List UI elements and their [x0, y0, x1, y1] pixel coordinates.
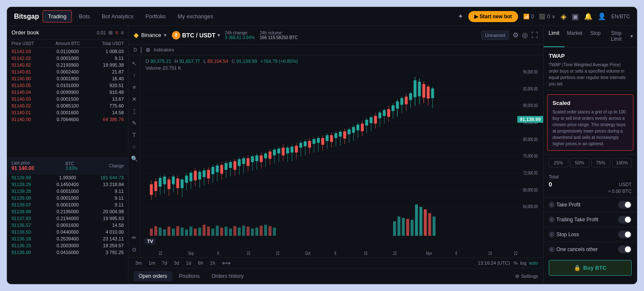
- timeframe-3m[interactable]: 3m: [134, 260, 143, 266]
- tab-stop-limit[interactable]: Stop Limit: [606, 26, 627, 47]
- one-cancels-other-info-icon[interactable]: i: [549, 246, 555, 252]
- timeframe-1m[interactable]: 1m: [147, 260, 157, 266]
- nav-item-portfolio[interactable]: Portfolio: [140, 11, 171, 22]
- up-arrow-tool[interactable]: ↑: [130, 71, 139, 80]
- svg-rect-132: [370, 117, 373, 123]
- timeframe-6h[interactable]: 6h: [196, 260, 205, 266]
- text-tool[interactable]: T: [130, 130, 139, 139]
- svg-text:22: 22: [393, 251, 397, 256]
- svg-text:22: 22: [514, 251, 518, 256]
- svg-rect-62: [216, 166, 219, 172]
- language-selector[interactable]: EN/BTC: [611, 14, 630, 20]
- take-profit-info-icon[interactable]: i: [549, 202, 555, 208]
- table-row: 91136.500.04400004 010.00: [7, 229, 128, 235]
- trailing-take-profit-toggle[interactable]: [618, 216, 632, 223]
- ob-decimal[interactable]: 0.01: [97, 30, 106, 35]
- trailing-take-profit-info-icon[interactable]: i: [549, 217, 555, 223]
- svg-rect-36: [159, 178, 162, 186]
- nav-item-my-exchanges[interactable]: My exchanges: [172, 11, 218, 22]
- pair-name: BTC / USDT: [182, 32, 216, 39]
- timeframe-7d[interactable]: 7d: [160, 260, 169, 266]
- table-row: 91142.020.00010009.11: [7, 55, 128, 62]
- tab-orders-history[interactable]: Orders history: [206, 271, 248, 281]
- indicators-button[interactable]: Indicators: [154, 47, 174, 52]
- start-new-bot-button[interactable]: ▶ Start new bot: [468, 11, 518, 22]
- compare-icon[interactable]: ⟺: [222, 260, 231, 266]
- wallet-icon[interactable]: ◈: [561, 12, 567, 21]
- clock-tool[interactable]: ⊙: [130, 245, 139, 254]
- bell-icon[interactable]: 🔔: [584, 12, 593, 20]
- app-logo: Bitsgap: [14, 13, 39, 20]
- svg-text:96,000.00: 96,000.00: [523, 70, 538, 74]
- svg-rect-120: [343, 131, 346, 138]
- svg-rect-102: [304, 141, 307, 146]
- btc-logo-icon: ₿: [172, 31, 180, 40]
- circle-tool[interactable]: ○: [130, 142, 139, 151]
- card-icon[interactable]: ▣: [572, 12, 579, 21]
- pointer-tool[interactable]: ↖: [130, 59, 139, 68]
- pct-100-button[interactable]: 100%: [612, 158, 632, 167]
- total-currency: USDT: [619, 182, 632, 187]
- pct-50-button[interactable]: 50%: [570, 158, 590, 167]
- crosshair-icon[interactable]: ⊕: [145, 46, 151, 53]
- zoom-tool[interactable]: 🔍: [130, 154, 139, 163]
- svg-rect-126: [356, 124, 359, 130]
- table-row: 91139.070.00010009.11: [7, 201, 128, 208]
- ob-ask-icon[interactable]: ≡: [115, 30, 118, 36]
- timeframe-1d[interactable]: 1d: [184, 260, 193, 266]
- table-row: 91138.880.219500020 004.98: [7, 208, 128, 215]
- timeframe-selector[interactable]: D: [134, 47, 137, 52]
- tab-positions[interactable]: Positions: [174, 271, 205, 281]
- ob-bid-icon[interactable]: ≡: [121, 30, 124, 36]
- chart-settings-icon[interactable]: ⚙: [513, 31, 519, 39]
- nav-item-bot-analytics[interactable]: Bot Analytics: [97, 11, 138, 22]
- gear-icon: ⚙: [515, 274, 519, 279]
- order-type-dropdown[interactable]: ▾: [627, 26, 637, 47]
- pct-75-button[interactable]: 75%: [591, 158, 611, 167]
- svg-rect-142: [392, 105, 395, 111]
- timeframe-1h[interactable]: 1h: [208, 260, 217, 266]
- nav-right: ✦ ▶ Start new bot 📶 0 ⬛ 0 ∨ ◈ ▣ 🔔: [458, 11, 630, 22]
- order-type-tabs: Limit Market Stop Stop Limit ▾: [544, 26, 637, 48]
- tab-limit[interactable]: Limit: [544, 26, 564, 47]
- svg-rect-56: [202, 170, 205, 177]
- exchange-selector[interactable]: ◆ Binance ▾: [134, 31, 167, 39]
- order-book-title: Order book: [11, 29, 39, 36]
- buy-btc-button[interactable]: 🔒 Buy BTC: [549, 260, 632, 276]
- draw-lines-tool[interactable]: ≡: [130, 82, 139, 92]
- pct-control[interactable]: %: [513, 260, 518, 266]
- pencil-tool[interactable]: ✎: [130, 118, 139, 127]
- tab-stop[interactable]: Stop: [585, 26, 606, 47]
- pct-25-button[interactable]: 25%: [549, 158, 568, 167]
- chart-target-icon[interactable]: ◎: [522, 31, 528, 39]
- ob-column-headers: Price USDT Amount BTC Total USDT: [7, 40, 128, 48]
- take-profit-toggle[interactable]: [618, 201, 632, 209]
- svg-rect-162: [154, 226, 157, 236]
- settings-button[interactable]: ⚙ Settings: [515, 274, 538, 279]
- svg-rect-171: [194, 229, 197, 236]
- tab-open-orders[interactable]: Open orders: [134, 271, 172, 281]
- pencil2-tool[interactable]: ✏: [130, 233, 139, 242]
- cross-tool[interactable]: ✕: [130, 94, 139, 104]
- ruler-tool[interactable]: ⌶: [130, 106, 139, 116]
- stop-loss-info-icon[interactable]: i: [549, 232, 555, 237]
- stop-loss-toggle[interactable]: [618, 231, 632, 238]
- nav-item-trading[interactable]: Trading: [43, 10, 72, 23]
- nav-item-bots[interactable]: Bots: [74, 11, 95, 22]
- table-row: 91140.820.219390019 995.38: [7, 62, 128, 68]
- ob-grid-icon[interactable]: ⊞: [108, 30, 113, 36]
- unnamed-button[interactable]: Unnamed: [481, 31, 509, 40]
- svg-rect-156: [422, 84, 425, 98]
- tab-market[interactable]: Market: [564, 26, 585, 47]
- pair-selector[interactable]: ₿ BTC / USDT ▾: [172, 31, 220, 40]
- user-icon[interactable]: 👤: [598, 12, 606, 20]
- svg-rect-80: [255, 155, 258, 161]
- auto-control[interactable]: auto: [529, 260, 538, 266]
- log-control[interactable]: log: [520, 260, 527, 266]
- order-book-panel: Order book 0.01 ⊞ ≡ ≡ Price USDT Amount …: [7, 26, 128, 284]
- fullscreen-icon[interactable]: ⛶: [531, 31, 538, 39]
- table-row: 91136.000.04160003 791.25: [7, 249, 128, 256]
- svg-rect-170: [189, 226, 192, 236]
- timeframe-3d[interactable]: 3d: [172, 260, 181, 266]
- one-cancels-other-toggle[interactable]: [618, 246, 632, 253]
